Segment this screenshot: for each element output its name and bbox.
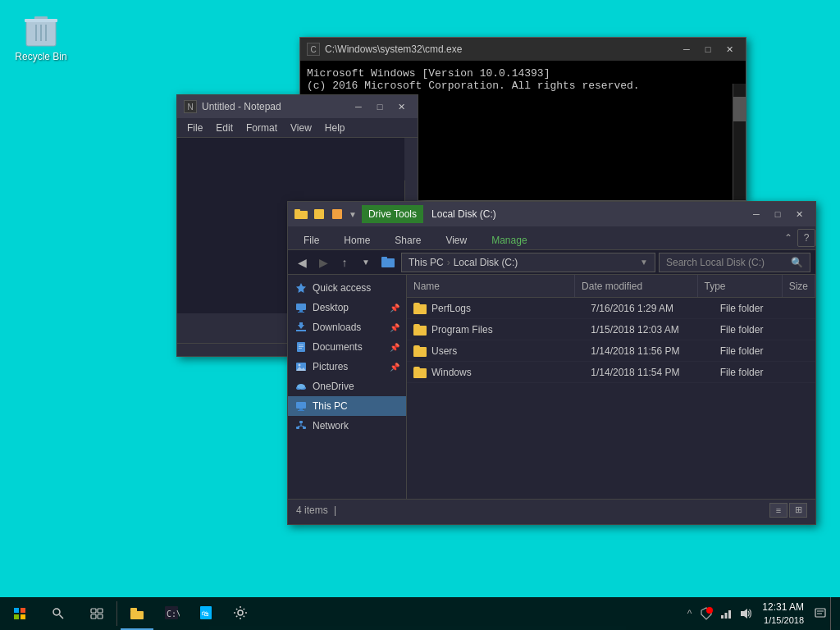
address-dropdown-button[interactable]: ▼ [640, 258, 648, 267]
sidebar-label-quick-access: Quick access [313, 282, 371, 294]
address-this-pc[interactable]: This PC [409, 257, 444, 268]
svg-rect-48 [130, 608, 137, 612]
table-row[interactable]: Users 1/14/2018 11:56 PM File folder [407, 340, 815, 362]
action-center-button[interactable] [812, 605, 829, 622]
show-desktop-button[interactable] [830, 597, 837, 630]
table-row[interactable]: Program Files 1/15/2018 12:03 AM File fo… [407, 319, 815, 340]
start-button[interactable] [3, 597, 36, 630]
toolbar-dropdown[interactable]: ▼ [349, 210, 357, 219]
nav-recent-button[interactable]: ▼ [357, 253, 375, 272]
col-header-type[interactable]: Type [698, 275, 783, 297]
svg-marker-12 [296, 283, 306, 293]
file-size-users [802, 340, 815, 361]
sidebar-item-onedrive[interactable]: OneDrive [288, 377, 406, 396]
col-header-size[interactable]: Size [783, 275, 815, 297]
nav-forward-button[interactable]: ▶ [314, 253, 332, 272]
cmd-scrollbar[interactable] [733, 84, 746, 200]
taskbar-app-cmd[interactable]: C:\ [155, 597, 188, 630]
cmd-minimize-button[interactable]: ─ [677, 41, 696, 57]
sidebar-item-downloads[interactable]: Downloads 📌 [288, 317, 406, 337]
sidebar-item-quick-access[interactable]: Quick access [288, 278, 406, 298]
explorer-title-area: ▼ Drive Tools Local Disk (C:) [294, 205, 496, 223]
sidebar-label-this-pc: This PC [313, 400, 348, 412]
svg-rect-8 [314, 209, 324, 219]
nav-up-button[interactable]: ↑ [336, 253, 354, 272]
notepad-title: Untitled - Notepad [202, 101, 281, 112]
cmd-window-controls: ─ □ ✕ [677, 41, 739, 57]
ribbon-help-button[interactable]: ? [797, 229, 815, 247]
sidebar-item-this-pc[interactable]: This PC [288, 396, 406, 416]
taskbar-app-explorer[interactable] [121, 597, 153, 630]
explorer-minimize-button[interactable]: ─ [746, 206, 766, 222]
search-icon[interactable]: 🔍 [791, 257, 803, 268]
ribbon-collapse-button[interactable]: ⌃ [779, 232, 797, 244]
notepad-menu-view[interactable]: View [284, 121, 318, 135]
sidebar-item-network[interactable]: Network [288, 416, 406, 436]
sidebar-item-desktop[interactable]: Desktop 📌 [288, 298, 406, 317]
notepad-close-button[interactable]: ✕ [391, 98, 411, 115]
sidebar-item-documents[interactable]: Documents 📌 [288, 337, 406, 357]
svg-text:🛍: 🛍 [202, 609, 209, 618]
documents-icon [294, 340, 308, 354]
file-name-windows: Windows [407, 362, 584, 382]
cmd-scrollbar-thumb[interactable] [733, 97, 746, 121]
cmd-title: C:\Windows\system32\cmd.exe [325, 43, 462, 55]
taskbar: C:\ 🛍 ^ [0, 597, 840, 630]
explorer-maximize-button[interactable]: □ [768, 206, 788, 222]
view-tiles-button[interactable]: ⊞ [789, 503, 807, 518]
systray-network-icon[interactable] [718, 605, 734, 622]
tab-view[interactable]: View [433, 231, 479, 249]
documents-pin-icon: 📌 [390, 343, 399, 352]
sidebar-label-network: Network [313, 420, 349, 431]
taskbar-taskview-button[interactable] [80, 597, 113, 630]
cmd-maximize-button[interactable]: □ [698, 41, 718, 57]
svg-point-53 [238, 610, 243, 615]
taskbar-app-settings[interactable] [224, 597, 257, 630]
cmd-close-button[interactable]: ✕ [719, 41, 739, 57]
recycle-bin-icon[interactable]: Recycle Bin [8, 8, 74, 62]
sidebar-label-onedrive: OneDrive [313, 381, 354, 392]
col-header-name[interactable]: Name [407, 275, 575, 297]
search-placeholder: Search Local Disk (C:) [666, 257, 765, 268]
notepad-menu-file[interactable]: File [180, 121, 209, 135]
nav-back-button[interactable]: ◀ [293, 253, 311, 272]
tab-home[interactable]: Home [331, 231, 382, 249]
notepad-menu-format[interactable]: Format [240, 121, 284, 135]
view-buttons: ≡ ⊞ [769, 503, 807, 518]
address-bar: ◀ ▶ ↑ ▼ This PC › Local Disk (C:) ▼ Sear… [288, 250, 815, 275]
pictures-icon [294, 360, 308, 373]
taskbar-search-button[interactable] [38, 597, 79, 630]
svg-rect-56 [725, 613, 728, 619]
address-path[interactable]: This PC › Local Disk (C:) ▼ [401, 253, 655, 272]
notepad-menu-help[interactable]: Help [318, 121, 352, 135]
explorer-ribbon: File Home Share View Manage ⌃ ? [288, 226, 815, 250]
taskbar-app-store[interactable]: 🛍 [189, 597, 222, 630]
notepad-minimize-button[interactable]: ─ [349, 98, 368, 115]
col-header-date[interactable]: Date modified [575, 275, 697, 297]
table-row[interactable]: Windows 1/14/2018 11:54 PM File folder [407, 362, 815, 383]
notepad-menu-edit[interactable]: Edit [209, 121, 240, 135]
sidebar-item-pictures[interactable]: Pictures 📌 [288, 357, 406, 377]
table-row[interactable]: PerfLogs 7/16/2016 1:29 AM File folder [407, 298, 815, 319]
svg-rect-14 [299, 310, 303, 312]
explorer-icon [294, 208, 308, 221]
svg-rect-37 [14, 608, 19, 613]
taskbar-divider-1 [116, 601, 117, 626]
tab-manage[interactable]: Manage [479, 231, 539, 249]
systray-clock[interactable]: 12:31 AM 1/15/2018 [757, 600, 809, 627]
explorer-close-button[interactable]: ✕ [789, 206, 809, 222]
svg-point-27 [297, 384, 305, 389]
systray-volume-icon[interactable] [737, 605, 754, 622]
search-box[interactable]: Search Local Disk (C:) 🔍 [659, 253, 810, 272]
notepad-maximize-button[interactable]: □ [370, 98, 390, 115]
svg-point-41 [53, 609, 60, 615]
systray-security-icon[interactable] [698, 605, 714, 622]
tab-file[interactable]: File [291, 231, 331, 249]
systray-chevron-button[interactable]: ^ [684, 608, 696, 619]
file-name-perflogs: PerfLogs [407, 298, 584, 318]
address-local-disk[interactable]: Local Disk (C:) [454, 257, 518, 268]
view-details-button[interactable]: ≡ [769, 503, 788, 518]
systray-time-display: 12:31 AM [762, 600, 804, 614]
file-name-users: Users [407, 340, 584, 361]
tab-share[interactable]: Share [382, 231, 433, 249]
